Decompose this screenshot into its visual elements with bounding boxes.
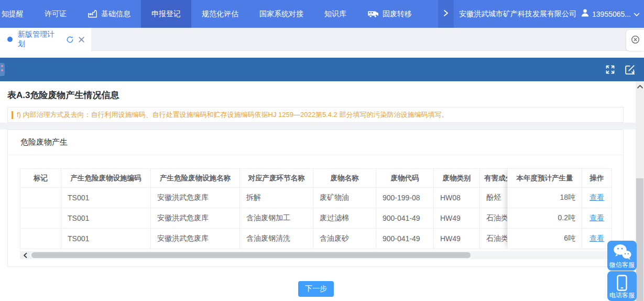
card-header: 危险废物产生 xyxy=(8,130,623,155)
edit-cancel-icon[interactable] xyxy=(624,64,636,76)
table-cell: 废矿物油 xyxy=(313,188,376,208)
nav-item-label: 申报登记 xyxy=(151,9,181,19)
fixed-columns-table: 本年度预计产生量操作18吨查看0.2吨查看6吨查看 xyxy=(507,168,612,249)
nav-item-6[interactable]: 知识库 xyxy=(314,0,357,28)
table-row: 18吨查看 xyxy=(508,188,612,208)
nav-item-label: 规范化评估 xyxy=(202,9,238,19)
nav-item-7[interactable]: 固废转移 xyxy=(357,0,422,28)
next-step-button[interactable]: 下一步 xyxy=(298,281,334,297)
tab-bar: 新版管理计划 xyxy=(0,28,644,51)
fullscreen-icon[interactable] xyxy=(605,64,616,75)
scroll-left-arrow-icon[interactable] xyxy=(20,251,30,259)
form-toolbar xyxy=(0,58,644,81)
user-account[interactable]: 13955065... xyxy=(581,8,640,19)
circled-close-icon xyxy=(631,35,640,46)
table-cell: 含油废钢清洗 xyxy=(240,229,313,249)
chevron-right-icon xyxy=(443,9,449,19)
tab-active-dot-icon xyxy=(7,37,13,42)
top-nav-bar: 知提醒许可证基础信息申报登记规范化评估国家系统对接知识库固废转移 安徽洪武城市矿… xyxy=(0,0,644,28)
table-cell: TS001 xyxy=(61,208,151,229)
scroll-up-arrow-icon[interactable] xyxy=(636,82,644,91)
nav-item-label: 基础信息 xyxy=(101,9,130,19)
table-cell: HW08 xyxy=(434,188,480,208)
main-content: 表A.3危险废物产生情况信息 f) 内部治理方式及去向：自行利用设施编码、自行处… xyxy=(0,81,636,301)
table-row: 6吨查看 xyxy=(508,229,612,249)
table-cell: 900-199-08 xyxy=(376,188,434,208)
amount-cell: 0.2吨 xyxy=(508,208,582,229)
horizontal-scrollbar[interactable] xyxy=(20,251,612,259)
nav-item-4[interactable]: 规范化评估 xyxy=(191,0,249,28)
nav-item-2[interactable]: 基础信息 xyxy=(77,0,141,28)
action-cell: 查看 xyxy=(582,188,612,208)
table-cell: 900-041-49 xyxy=(376,229,434,249)
col-header: 产生危险废物设施编码 xyxy=(61,169,151,188)
nav-item-label: 固废转移 xyxy=(383,9,412,19)
view-link[interactable]: 查看 xyxy=(590,234,604,242)
table-cell: 安徽洪武危废库 xyxy=(151,188,240,208)
col-header: 对应产废环节名称 xyxy=(240,169,313,188)
col-header: 标记 xyxy=(20,169,61,188)
table-row: 0.2吨查看 xyxy=(508,208,612,229)
note-card: f) 内部治理方式及去向：自行利用设施编码、自行处置设施编码和贮存设施编码依据H… xyxy=(7,107,624,123)
mobile-phone-icon xyxy=(616,275,628,294)
table-cell: 废过滤棉 xyxy=(313,208,376,229)
table-cell: 安徽洪武危废库 xyxy=(151,208,240,229)
amount-cell: 6吨 xyxy=(508,229,582,249)
amount-cell: 18吨 xyxy=(508,188,582,208)
nav-item-label: 知识库 xyxy=(324,9,346,19)
nav-collapse-button[interactable] xyxy=(438,0,454,28)
table-cell xyxy=(20,188,61,208)
view-link[interactable]: 查看 xyxy=(590,193,604,201)
nav-item-0[interactable]: 知提醒 xyxy=(0,0,34,28)
side-widget-handle[interactable] xyxy=(0,63,5,76)
col-header: 废物类别 xyxy=(434,169,480,188)
table-cell: 拆解 xyxy=(240,188,313,208)
nav-item-label: 国家系统对接 xyxy=(259,9,303,19)
user-icon xyxy=(581,8,590,19)
action-cell: 查看 xyxy=(582,208,612,229)
table-cell: 安徽洪武危废库 xyxy=(151,229,240,249)
col-header: 本年度预计产生量 xyxy=(508,169,582,188)
factory-icon xyxy=(88,9,97,18)
table-cell: TS001 xyxy=(61,188,151,208)
waste-table-wrap: 标记产生危险废物设施编码产生危险废物设施名称对应产废环节名称废物名称废物代码废物… xyxy=(20,168,612,249)
horizontal-scrollbar-thumb[interactable] xyxy=(31,252,471,258)
view-link[interactable]: 查看 xyxy=(590,213,604,222)
nav-item-5[interactable]: 国家系统对接 xyxy=(249,0,314,28)
close-all-tabs-button[interactable] xyxy=(626,30,644,51)
wechat-service-button[interactable]: 微信客服 xyxy=(607,241,637,271)
truck-icon xyxy=(367,10,379,18)
nav-menu: 知提醒许可证基础信息申报登记规范化评估国家系统对接知识库固废转移 xyxy=(0,0,422,28)
nav-item-label: 许可证 xyxy=(45,9,67,19)
vertical-scrollbar-thumb[interactable] xyxy=(636,178,643,301)
table-cell: HW49 xyxy=(434,229,480,249)
nav-right-group: 安徽洪武城市矿产科技发展有限公司 13955065... xyxy=(438,0,644,28)
company-name[interactable]: 安徽洪武城市矿产科技发展有限公司 xyxy=(459,9,576,19)
vertical-scrollbar[interactable] xyxy=(636,81,644,301)
fixed-columns-panel: 本年度预计产生量操作18吨查看0.2吨查看6吨查看 xyxy=(507,168,612,249)
nav-item-label: 知提醒 xyxy=(2,9,24,19)
refresh-icon[interactable] xyxy=(66,36,74,44)
wechat-icon xyxy=(613,244,631,262)
table-cell xyxy=(20,208,61,229)
section-divider xyxy=(0,123,636,130)
hazardous-waste-card: 危险废物产生 标记产生危险废物设施编码产生危险废物设施名称对应产废环节名称废物名… xyxy=(7,130,624,267)
table-cell: 含油废钢加工 xyxy=(240,208,313,229)
phone-service-button[interactable]: 电话客服 xyxy=(607,271,637,301)
section-title: 危险废物产生 xyxy=(20,137,68,147)
tab-new-management-plan[interactable]: 新版管理计划 xyxy=(0,28,91,51)
col-header: 废物代码 xyxy=(376,169,434,188)
col-header: 废物名称 xyxy=(313,169,376,188)
chevron-down-icon xyxy=(634,9,640,19)
tab-close-icon[interactable] xyxy=(78,36,85,43)
table-cell xyxy=(20,229,61,249)
note-text: f) 内部治理方式及去向：自行利用设施编码、自行处置设施编码和贮存设施编码依据H… xyxy=(17,110,448,120)
note-accent-bar xyxy=(12,111,13,119)
table-cell: 900-041-49 xyxy=(376,208,434,229)
nav-item-3[interactable]: 申报登记 xyxy=(141,0,191,28)
col-header: 操作 xyxy=(582,169,612,188)
page-title: 表A.3危险废物产生情况信息 xyxy=(7,89,119,101)
nav-item-1[interactable]: 许可证 xyxy=(34,0,77,28)
table-cell: HW49 xyxy=(434,208,480,229)
table-cell: 含油废砂 xyxy=(313,229,376,249)
